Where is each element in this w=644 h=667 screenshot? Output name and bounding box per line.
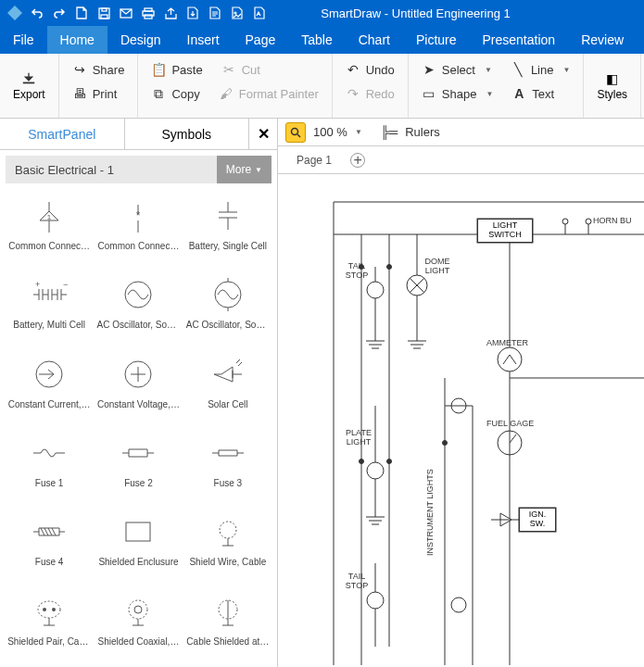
close-panel-button[interactable]: ✕ xyxy=(249,119,277,149)
side-panel: SmartPanel Symbols ✕ Basic Electrical - … xyxy=(0,119,278,667)
menu-support[interactable]: Support xyxy=(637,26,644,54)
select-button[interactable]: ➤Select▼ xyxy=(422,59,492,80)
menu-insert[interactable]: Insert xyxy=(174,26,233,54)
symbol-item[interactable]: Shielded Enclusure xyxy=(95,505,182,582)
menu-chart[interactable]: Chart xyxy=(346,26,403,54)
svg-text:1: 1 xyxy=(47,213,52,221)
ribbon-group-tools: ➤Select▼ ╲Line▼ ▭Shape▼ AText xyxy=(409,54,585,118)
svg-point-20 xyxy=(43,608,46,611)
undo-icon[interactable] xyxy=(30,6,44,20)
svg-rect-1 xyxy=(101,15,107,19)
symbol-item[interactable]: 1Common Connec… xyxy=(6,189,93,266)
rulers-button[interactable]: Rulers xyxy=(405,125,440,139)
export-img-icon[interactable] xyxy=(230,6,245,20)
text-button[interactable]: AText xyxy=(511,83,554,104)
menu-review[interactable]: Review xyxy=(568,26,637,54)
more-button[interactable]: More▼ xyxy=(217,156,271,183)
symbol-item[interactable]: *Common Connec… xyxy=(95,189,182,266)
symbol-item[interactable]: Constant Current,… xyxy=(6,347,93,424)
symbol-item[interactable]: Cable Shielded at… xyxy=(184,585,271,661)
symbol-preview xyxy=(12,351,86,397)
schematic-diagram xyxy=(278,174,644,665)
menu-table[interactable]: Table xyxy=(288,26,345,54)
copy-button[interactable]: ⧉Copy xyxy=(151,83,199,104)
svg-point-23 xyxy=(134,606,142,613)
svg-rect-2 xyxy=(102,8,107,11)
zoom-level[interactable]: 100 % xyxy=(313,125,347,139)
symbol-preview xyxy=(101,271,175,318)
page-tab-1[interactable]: Page 1 xyxy=(297,154,332,167)
symbol-item[interactable]: Fuse 2 xyxy=(95,426,182,503)
ribbon-group-export: Export xyxy=(0,54,59,118)
clipboard-icon: 📋 xyxy=(151,62,166,77)
print-icon[interactable] xyxy=(141,6,156,20)
symbol-item[interactable]: AC Oscillator, Sou… xyxy=(95,268,182,345)
menu-presentation[interactable]: Presentation xyxy=(470,26,569,54)
save-icon[interactable] xyxy=(96,6,111,20)
symbol-item[interactable]: Solar Cell xyxy=(184,347,271,424)
export-pdf-icon[interactable] xyxy=(185,6,200,20)
share-button[interactable]: ↪Share xyxy=(72,59,125,80)
svg-point-40 xyxy=(360,459,364,464)
symbol-item[interactable]: Constant Voltage,… xyxy=(95,347,182,424)
undo-button[interactable]: ↶Undo xyxy=(346,59,395,80)
symbol-item[interactable]: +−Battery, Multi Cell xyxy=(6,268,93,345)
symbol-preview xyxy=(191,588,265,635)
symbol-preview: * xyxy=(101,193,175,239)
chevron-down-icon: ▼ xyxy=(485,66,492,74)
new-icon[interactable] xyxy=(74,6,89,20)
share-icon[interactable] xyxy=(163,6,178,20)
menu-design[interactable]: Design xyxy=(107,26,174,54)
ribbon: Export ↪Share 🖶Print 📋Paste ✂Cut ⧉Copy 🖌… xyxy=(0,54,644,119)
paste-button[interactable]: 📋Paste xyxy=(151,59,202,80)
zoom-tool-icon[interactable] xyxy=(285,122,306,143)
label-instrument-lights: INSTRUMENT LIGHTS xyxy=(426,461,436,563)
symbol-label: Constant Voltage,… xyxy=(96,399,180,409)
cut-button[interactable]: ✂Cut xyxy=(221,59,260,80)
menu-home[interactable]: Home xyxy=(47,26,107,54)
symbol-item[interactable]: Fuse 3 xyxy=(184,426,271,503)
ribbon-group-clipboard: 📋Paste ✂Cut ⧉Copy 🖌Format Painter xyxy=(138,54,332,118)
format-painter-button[interactable]: 🖌Format Painter xyxy=(219,83,319,104)
symbol-item[interactable]: Shielded Coaxial,… xyxy=(95,585,182,661)
redo-button[interactable]: ↷Redo xyxy=(346,83,395,104)
add-page-button[interactable]: + xyxy=(350,153,365,168)
symbol-label: AC Oscillator, Sou… xyxy=(186,320,270,330)
symbol-preview: +− xyxy=(12,271,86,318)
svg-text:−: − xyxy=(63,280,68,289)
symbol-label: AC Oscillator, Sou… xyxy=(96,320,180,330)
shape-button[interactable]: ▭Shape▼ xyxy=(422,83,494,104)
menu-picture[interactable]: Picture xyxy=(403,26,470,54)
menu-file[interactable]: File xyxy=(0,26,47,54)
menu-page[interactable]: Page xyxy=(233,26,289,54)
main-area: SmartPanel Symbols ✕ Basic Electrical - … xyxy=(0,119,644,667)
tab-smartpanel[interactable]: SmartPanel xyxy=(0,119,125,149)
symbol-item[interactable]: Battery, Single Cell xyxy=(184,189,271,266)
svg-point-31 xyxy=(498,347,522,371)
export-button[interactable]: Export xyxy=(13,71,45,101)
symbol-preview xyxy=(101,351,175,397)
svg-text:+: + xyxy=(35,280,40,289)
print-button[interactable]: 🖶Print xyxy=(72,83,125,104)
symbol-item[interactable]: AC Oscillator, Sou… xyxy=(184,268,271,345)
symbol-item[interactable]: Shielded Pair, Cable xyxy=(6,585,93,661)
titlebar: SmartDraw - Untitled Engineering 1 xyxy=(0,0,644,26)
symbol-item[interactable]: Fuse 1 xyxy=(6,426,93,503)
undo-arrow-icon: ↶ xyxy=(346,62,360,77)
svg-point-27 xyxy=(562,219,568,224)
rulers-icon[interactable]: ╠═ xyxy=(381,125,398,139)
symbol-item[interactable]: Fuse 4 xyxy=(6,505,93,582)
line-button[interactable]: ╲Line▼ xyxy=(511,59,571,80)
chevron-down-icon[interactable]: ▼ xyxy=(355,128,362,136)
canvas-area: 100 % ▼ ╠═ Rulers Page 1 + xyxy=(278,119,644,667)
line-icon: ╲ xyxy=(511,62,525,77)
redo-icon[interactable] xyxy=(52,6,67,20)
symbol-item[interactable]: Shield Wire, Cable xyxy=(184,505,271,582)
label-ign-sw: IGN. SW. xyxy=(519,508,556,532)
drawing-canvas[interactable]: LIGHT SWITCH HORN BU TAIL STOP DOME LIGH… xyxy=(278,174,644,667)
export-other-icon[interactable] xyxy=(252,6,267,20)
mail-icon[interactable] xyxy=(119,6,133,20)
styles-button[interactable]: ◧ Styles xyxy=(597,71,627,101)
tab-symbols[interactable]: Symbols xyxy=(125,119,250,149)
export-doc-icon[interactable] xyxy=(208,6,222,20)
